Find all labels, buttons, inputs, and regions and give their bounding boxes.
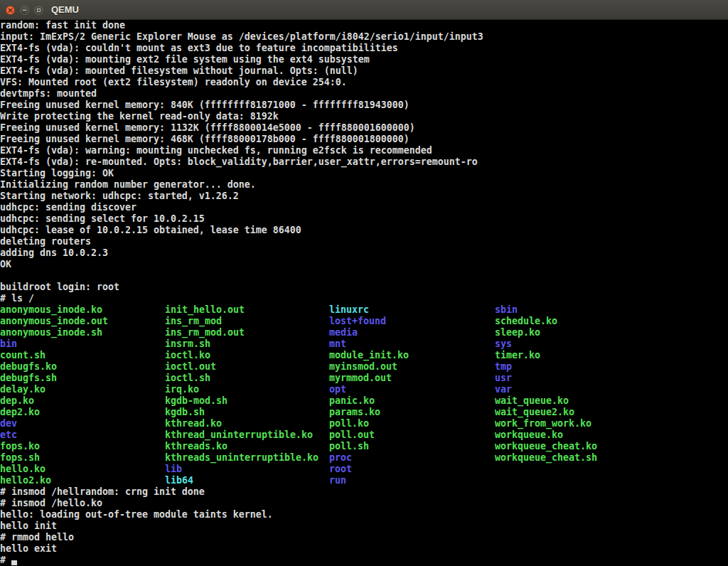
terminal-line: # ls / [0,293,728,304]
ls-entry-bin: bin [0,338,17,350]
terminal-line: devtmpfs: mounted [0,88,728,100]
ls-entry-debugfs.ko: debugfs.ko [0,361,57,373]
ls-entry-kgdb-mod.sh: kgdb-mod.sh [165,395,228,407]
ls-entry-debugfs.sh: debugfs.sh [0,373,57,384]
ls-entry-workqueue_cheat.ko: workqueue_cheat.ko [495,441,597,452]
ls-entry-delay.ko: delay.ko [0,384,46,395]
ls-entry-myrmmod.out: myrmmod.out [329,373,392,384]
terminal-line: Freeing unused kernel memory: 1132K (fff… [0,122,728,134]
ls-entry-insrm.sh: insrm.sh [165,338,210,350]
post-log: # insmod /hellrandom: crng init done# in… [0,486,728,555]
terminal-line: udhcpc: sending discover [0,202,728,213]
ls-entry-proc: proc [329,452,352,464]
ls-entry-ioctl.sh: ioctl.sh [165,373,210,384]
ls-entry-ins_rm_mod: ins_rm_mod [165,316,222,327]
ls-entry-media: media [329,327,358,338]
terminal-screen[interactable]: random: fast init doneinput: ImExPS/2 Ge… [0,20,728,566]
ls-entry-module_init.ko: module_init.ko [329,350,409,361]
ls-entry-mnt: mnt [329,338,346,350]
ls-entry-myinsmod.out: myinsmod.out [329,361,397,373]
terminal-line: # rmmod hello [0,532,728,543]
terminal-line: OK [0,259,728,270]
ls-entry-timer.ko: timer.ko [495,350,540,361]
ls-entry-root: root [329,464,352,475]
terminal-line: EXT4-fs (vda): mounted filesystem withou… [0,65,728,77]
terminal-line: hello: loading out-of-tree module taints… [0,509,728,520]
ls-entry-hello.ko: hello.ko [0,464,46,475]
ls-entry-usr: usr [495,373,512,384]
ls-entry-anonymous_inode.sh: anonymous_inode.sh [0,327,102,338]
ls-entry-workqueue.ko: workqueue.ko [495,429,563,441]
ls-entry-poll.ko: poll.ko [329,418,369,429]
ls-entry-anonymous_inode.out: anonymous_inode.out [0,316,108,327]
ls-entry-wait_queue.ko: wait_queue.ko [495,395,569,407]
ls-entry-fops.ko: fops.ko [0,441,40,452]
ls-entry-ioctl.ko: ioctl.ko [165,350,210,361]
terminal-line: Initializing random number generator... … [0,179,728,191]
close-button[interactable]: ✕ [6,6,15,15]
terminal-line: udhcpc: sending select for 10.0.2.15 [0,213,728,225]
ls-entry-lost+found: lost+found [329,316,386,327]
ls-entry-fops.sh: fops.sh [0,452,40,464]
ls-entry-lib64: lib64 [165,475,193,486]
maximize-icon [37,9,41,12]
terminal-line: buildroot login: root [0,282,728,293]
ls-entry-kthreads_uninterruptible.ko: kthreads_uninterruptible.ko [165,452,318,464]
ls-entry-sleep.ko: sleep.ko [495,327,540,338]
terminal-line: Starting logging: OK [0,168,728,179]
ls-entry-panic.ko: panic.ko [329,395,375,407]
terminal-line: udhcpc: lease of 10.0.2.15 obtained, lea… [0,225,728,236]
terminal-line: EXT4-fs (vda): warning: mounting uncheck… [0,145,728,156]
ls-entry-params.ko: params.ko [329,407,380,418]
terminal-cursor [11,560,17,565]
terminal-line: EXT4-fs (vda): re-mounted. Opts: block_v… [0,156,728,168]
maximize-button[interactable] [34,6,43,15]
boot-log: random: fast init doneinput: ImExPS/2 Ge… [0,20,728,304]
terminal-line: random: fast init done [0,20,728,31]
terminal-line: hello exit [0,543,728,555]
ls-entry-etc: etc [0,429,17,441]
ls-entry-poll.out: poll.out [329,429,375,441]
ls-entry-ins_rm_mod.out: ins_rm_mod.out [165,327,245,338]
ls-entry-anonymous_inode.ko: anonymous_inode.ko [0,304,102,316]
terminal-line: # insmod /hellrandom: crng init done [0,486,728,498]
qemu-window: ✕ − QEMU random: fast init doneinput: Im… [0,0,728,566]
ls-entry-schedule.ko: schedule.ko [495,316,557,327]
window-titlebar[interactable]: ✕ − QEMU [0,0,728,20]
ls-entry-dev: dev [0,418,17,429]
terminal-line: input: ImExPS/2 Generic Explorer Mouse a… [0,31,728,43]
ls-entry-var: var [495,384,512,395]
ls-entry-kthread_uninterruptible.ko: kthread_uninterruptible.ko [165,429,313,441]
ls-entry-workqueue_cheat.sh: workqueue_cheat.sh [495,452,597,464]
ls-entry-lib: lib [165,464,182,475]
ls-entry-kthread.ko: kthread.ko [165,418,222,429]
ls-entry-init_hello.out: init_hello.out [165,304,245,316]
ls-entry-count.sh: count.sh [0,350,46,361]
minimize-button[interactable]: − [20,6,29,15]
prompt-text: # [0,555,11,565]
terminal-line: Starting network: udhcpc: started, v1.26… [0,191,728,202]
ls-entry-kthreads.ko: kthreads.ko [165,441,228,452]
ls-entry-linuxrc: linuxrc [329,304,369,316]
terminal-line [0,270,728,282]
ls-entry-kgdb.sh: kgdb.sh [165,407,205,418]
minimize-icon: − [22,6,26,14]
ls-entry-irq.ko: irq.ko [165,384,199,395]
window-title: QEMU [51,0,79,19]
ls-entry-tmp: tmp [495,361,512,373]
ls-entry-hello2.ko: hello2.ko [0,475,51,486]
ls-entry-run: run [329,475,346,486]
terminal-line: hello init [0,520,728,532]
ls-entry-opt: opt [329,384,346,395]
terminal-line: Freeing unused kernel memory: 468K (ffff… [0,134,728,145]
terminal-line: deleting routers [0,236,728,247]
terminal-line: Freeing unused kernel memory: 840K (ffff… [0,100,728,111]
prompt-line: # [0,555,728,566]
ls-entry-dep.ko: dep.ko [0,395,34,407]
close-icon: ✕ [7,7,13,14]
ls-entry-dep2.ko: dep2.ko [0,407,40,418]
ls-entry-poll.sh: poll.sh [329,441,369,452]
terminal-line: EXT4-fs (vda): couldn't mount as ext3 du… [0,43,728,54]
ls-entry-sbin: sbin [495,304,518,316]
terminal-line: EXT4-fs (vda): mounting ext2 file system… [0,54,728,65]
